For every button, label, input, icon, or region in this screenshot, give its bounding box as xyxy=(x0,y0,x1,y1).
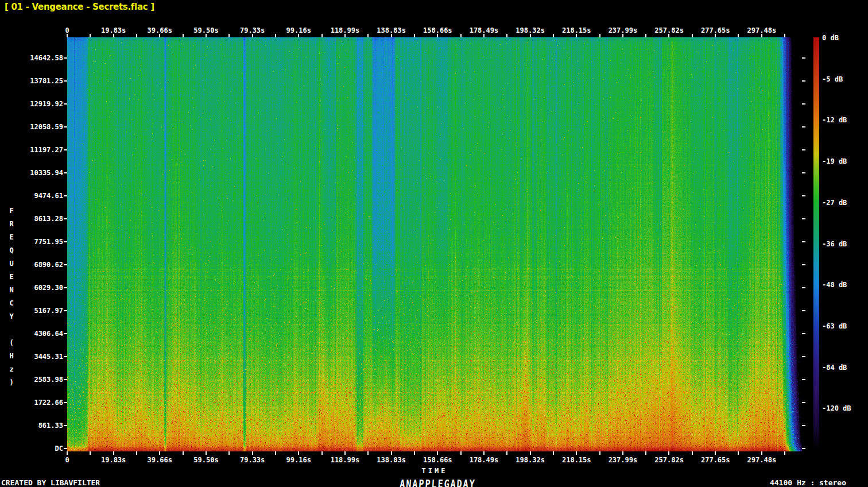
frequency-axis-title-char: F xyxy=(7,207,16,215)
time-tick-bottom xyxy=(715,451,716,455)
time-axis-title: TIME xyxy=(422,467,448,475)
freq-tick-right xyxy=(802,356,805,357)
frequency-axis-title-char: Y xyxy=(7,312,16,320)
time-label-bottom: 19.83s xyxy=(101,456,126,464)
time-label-top: 0 xyxy=(65,26,69,34)
time-tick-bottom xyxy=(692,451,693,455)
freq-tick-left xyxy=(64,80,67,82)
freq-tick-left xyxy=(64,218,67,219)
frequency-axis-title-char: C xyxy=(7,299,16,307)
time-label-top: 277.65s xyxy=(701,26,730,34)
freq-label: 12058.59 xyxy=(6,123,63,131)
freq-tick-left xyxy=(64,57,67,59)
freq-tick-left xyxy=(64,103,67,105)
page-title: [ 01 - Vengeance - Secrets.flac ] xyxy=(5,2,154,12)
freq-tick-left xyxy=(64,126,67,127)
db-scale-label: -63 dB xyxy=(822,322,847,330)
time-label-bottom: 0 xyxy=(65,456,69,464)
time-label-bottom: 99.16s xyxy=(286,456,311,464)
freq-label: 4306.64 xyxy=(6,330,63,338)
time-tick-top xyxy=(367,34,369,37)
freq-tick-left xyxy=(64,402,67,403)
freq-tick-right xyxy=(802,425,805,426)
freq-tick-left xyxy=(64,448,67,449)
freq-label: 9474.61 xyxy=(6,192,63,200)
freq-tick-right xyxy=(802,195,805,196)
freq-tick-left xyxy=(64,287,67,288)
time-tick-bottom xyxy=(576,451,577,455)
time-tick-top xyxy=(414,34,415,37)
time-tick-bottom xyxy=(206,451,207,455)
time-tick-bottom xyxy=(761,451,762,455)
time-tick-top xyxy=(553,34,554,37)
time-tick-bottom xyxy=(784,451,785,455)
time-tick-top xyxy=(506,34,507,37)
freq-tick-left xyxy=(64,356,67,357)
time-tick-bottom xyxy=(738,451,739,455)
time-label-bottom: 59.50s xyxy=(193,456,218,464)
freq-tick-right xyxy=(802,379,805,380)
time-label-bottom: 118.99s xyxy=(331,456,360,464)
freq-tick-left xyxy=(64,195,67,196)
time-tick-bottom xyxy=(506,451,507,455)
freq-tick-left xyxy=(64,310,67,311)
time-tick-bottom xyxy=(483,451,485,455)
freq-tick-right xyxy=(802,287,805,288)
time-label-top: 297.48s xyxy=(747,26,777,34)
freq-tick-right xyxy=(802,126,805,127)
time-label-top: 118.99s xyxy=(331,26,360,34)
time-tick-bottom xyxy=(553,451,554,455)
frequency-axis-title-char: R xyxy=(7,220,16,228)
time-tick-top xyxy=(738,34,739,37)
time-label-top: 237.99s xyxy=(609,26,638,34)
db-scale-label: 0 dB xyxy=(822,34,839,42)
freq-tick-right xyxy=(802,149,805,150)
frequency-axis-title-char: Q xyxy=(7,246,16,254)
time-label-top: 178.49s xyxy=(470,26,499,34)
freq-tick-right xyxy=(802,333,805,334)
time-label-bottom: 277.65s xyxy=(701,456,730,464)
db-scale-label: -48 dB xyxy=(822,281,847,289)
time-tick-bottom xyxy=(183,451,184,455)
time-label-top: 257.82s xyxy=(654,26,684,34)
frequency-axis-title-char: H xyxy=(7,352,16,360)
time-tick-top xyxy=(645,34,646,37)
time-label-top: 79.33s xyxy=(240,26,265,34)
time-label-bottom: 158.66s xyxy=(423,456,452,464)
time-label-top: 39.66s xyxy=(148,26,172,34)
time-tick-bottom xyxy=(599,451,600,455)
time-tick-bottom xyxy=(159,451,160,455)
frequency-axis-title-char: U xyxy=(7,260,16,268)
freq-tick-right xyxy=(802,310,805,311)
time-label-bottom: 257.82s xyxy=(654,456,684,464)
time-label-top: 198.32s xyxy=(516,26,545,34)
freq-tick-right xyxy=(802,448,805,449)
frequency-axis-title-char: ( xyxy=(7,339,16,347)
time-tick-bottom xyxy=(460,451,462,455)
freq-tick-left xyxy=(64,172,67,173)
db-scale-label: -84 dB xyxy=(822,364,847,372)
freq-tick-left xyxy=(64,425,67,426)
freq-tick-right xyxy=(802,241,805,242)
time-tick-bottom xyxy=(668,451,669,455)
frequency-axis-title-char: E xyxy=(7,273,16,281)
frequency-axis-title-char: z xyxy=(7,365,16,373)
freq-tick-left xyxy=(64,333,67,334)
time-label-top: 138.83s xyxy=(377,26,406,34)
freq-label: 11197.27 xyxy=(6,146,63,154)
time-tick-bottom xyxy=(298,451,299,455)
time-tick-bottom xyxy=(622,451,623,455)
time-tick-top xyxy=(321,34,323,37)
freq-label: DC xyxy=(6,445,63,453)
freq-tick-right xyxy=(802,57,805,59)
frequency-axis-title-char: N xyxy=(7,286,16,294)
release-group-logo: ANAPPLEGADAY xyxy=(400,477,476,487)
time-tick-bottom xyxy=(136,451,137,455)
time-label-bottom: 198.32s xyxy=(516,456,545,464)
freq-tick-right xyxy=(802,172,805,173)
time-label-top: 19.83s xyxy=(101,26,126,34)
db-scale-label: -19 dB xyxy=(822,157,847,165)
time-tick-bottom xyxy=(344,451,346,455)
time-label-top: 218.15s xyxy=(562,26,591,34)
time-label-bottom: 138.83s xyxy=(377,456,406,464)
